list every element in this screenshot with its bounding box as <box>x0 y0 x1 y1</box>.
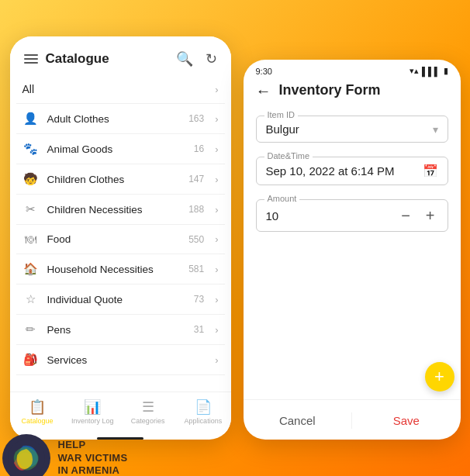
food-chevron: › <box>215 233 218 245</box>
item-id-value: Bulgur <box>266 122 299 136</box>
amount-controls: 10 − + <box>266 206 438 225</box>
logo-line3: IN ARMENIA <box>58 464 128 476</box>
categories-nav-label: Categories <box>131 417 165 425</box>
animal-goods-chevron: › <box>215 143 218 155</box>
logo-text-block: HELP WAR VICTIMS IN ARMENIA <box>58 439 128 476</box>
bottom-logo: HELP WAR VICTIMS IN ARMENIA <box>2 434 128 476</box>
services-icon: 🎒 <box>22 353 40 367</box>
form-footer: Cancel Save <box>244 399 461 440</box>
status-bar: 9:30 ▾▴ ▌▌▌ ▮ <box>244 60 461 79</box>
catalogue-nav-label: Catalogue <box>22 417 54 425</box>
status-icons: ▾▴ ▌▌▌ ▮ <box>410 66 448 76</box>
individual-quote-label: Individual Quote <box>47 294 186 305</box>
all-chevron: › <box>215 84 218 95</box>
list-item[interactable]: ✂ Children Necessities 188 › <box>16 195 225 225</box>
children-clothes-count: 147 <box>188 174 204 185</box>
pens-icon: ✏ <box>22 323 40 336</box>
adult-clothes-label: Adult Clothes <box>47 113 181 125</box>
inventory-log-nav-label: Inventory Log <box>71 417 114 425</box>
amount-label: Amount <box>264 194 300 203</box>
household-count: 581 <box>188 264 204 274</box>
item-id-dropdown-icon: ▾ <box>433 123 438 136</box>
phones-container: Catalogue 🔍 ↻ All › 👤 Adult Clothes 163 … <box>10 36 461 440</box>
nav-inventory-log[interactable]: 📊 Inventory Log <box>65 397 120 426</box>
food-count: 550 <box>188 234 204 245</box>
logo-circle <box>2 434 50 476</box>
wifi-icon: ▾▴ <box>410 66 419 76</box>
item-id-value-row: Bulgur ▾ <box>266 122 438 136</box>
status-time: 9:30 <box>256 67 272 76</box>
list-item[interactable]: 🍽 Food 550 › <box>16 225 225 254</box>
left-phone: Catalogue 🔍 ↻ All › 👤 Adult Clothes 163 … <box>10 36 231 440</box>
nav-categories[interactable]: ☰ Categories <box>120 397 175 426</box>
amount-plus-button[interactable]: + <box>423 206 438 225</box>
adult-clothes-count: 163 <box>188 113 204 124</box>
amount-minus-button[interactable]: − <box>398 206 413 225</box>
children-necessities-icon: ✂ <box>22 202 40 216</box>
logo-line2: WAR VICTIMS <box>58 452 128 465</box>
header-left: Catalogue <box>22 51 109 67</box>
individual-quote-icon: ☆ <box>22 292 40 306</box>
form-title: Inventory Form <box>279 82 381 98</box>
all-list-item[interactable]: All › <box>16 75 225 104</box>
children-necessities-count: 188 <box>188 204 204 215</box>
services-label: Services <box>47 354 197 366</box>
hamburger-button[interactable] <box>22 53 40 65</box>
children-necessities-label: Children Necessities <box>47 204 181 216</box>
datetime-value: Sep 10, 2022 at 6:14 PM <box>266 164 395 178</box>
search-button[interactable]: 🔍 <box>175 49 195 69</box>
nav-catalogue[interactable]: 📋 Catalogue <box>10 397 65 426</box>
household-icon: 🏠 <box>22 262 40 276</box>
animal-goods-label: Animal Goods <box>47 143 186 155</box>
applications-nav-icon: 📄 <box>195 398 212 416</box>
logo-svg <box>8 440 45 476</box>
item-id-label: Item ID <box>264 110 298 119</box>
children-clothes-icon: 🧒 <box>22 172 40 186</box>
list-item[interactable]: 🏠 Household Necessities 581 › <box>16 254 225 285</box>
logo-line1: HELP <box>58 439 128 452</box>
cancel-button[interactable]: Cancel <box>244 411 352 430</box>
battery-icon: ▮ <box>444 66 448 76</box>
signal-icon: ▌▌▌ <box>422 67 440 76</box>
inventory-log-nav-icon: 📊 <box>84 398 101 416</box>
catalogue-list: All › 👤 Adult Clothes 163 › 🐾 Animal Goo… <box>10 75 231 391</box>
pens-label: Pens <box>47 324 186 336</box>
services-chevron: › <box>215 354 218 366</box>
list-item[interactable]: 🧒 Children Clothes 147 › <box>16 164 225 195</box>
back-button[interactable]: ← <box>256 83 271 98</box>
adult-clothes-icon: 👤 <box>22 112 40 126</box>
animal-goods-count: 16 <box>194 143 204 154</box>
save-button[interactable]: Save <box>352 411 461 430</box>
datetime-value-row: Sep 10, 2022 at 6:14 PM 📅 <box>266 164 438 178</box>
item-id-field[interactable]: Item ID Bulgur ▾ <box>256 116 448 143</box>
food-icon: 🍽 <box>22 233 40 246</box>
amount-field: Amount 10 − + <box>256 199 448 232</box>
list-item[interactable]: ✏ Pens 31 › <box>16 315 225 345</box>
list-item[interactable]: 🎒 Services › <box>16 345 225 375</box>
catalogue-nav-icon: 📋 <box>29 398 46 416</box>
catalogue-title: Catalogue <box>46 51 109 67</box>
datetime-field[interactable]: Date&Time Sep 10, 2022 at 6:14 PM 📅 <box>256 157 448 185</box>
children-necessities-chevron: › <box>215 204 218 216</box>
hamburger-icon <box>24 54 38 64</box>
list-item[interactable]: 🐾 Animal Goods 16 › <box>16 134 225 164</box>
header-icons: 🔍 ↻ <box>175 49 219 69</box>
categories-nav-icon: ☰ <box>142 398 154 416</box>
pens-count: 31 <box>194 324 204 335</box>
bottom-nav: 📋 Catalogue 📊 Inventory Log ☰ Categories… <box>10 391 231 434</box>
food-label: Food <box>47 233 181 245</box>
calendar-icon: 📅 <box>423 164 438 178</box>
adult-clothes-chevron: › <box>215 113 218 125</box>
datetime-label: Date&Time <box>264 151 313 160</box>
list-item[interactable]: 👤 Adult Clothes 163 › <box>16 104 225 134</box>
household-chevron: › <box>215 264 218 275</box>
nav-applications[interactable]: 📄 Applications <box>175 397 230 426</box>
applications-nav-label: Applications <box>185 417 223 425</box>
list-item[interactable]: ☆ Individual Quote 73 › <box>16 285 225 315</box>
children-clothes-chevron: › <box>215 174 218 185</box>
form-body: Item ID Bulgur ▾ Date&Time Sep 10, 2022 … <box>244 106 461 399</box>
household-label: Household Necessities <box>47 264 181 275</box>
animal-goods-icon: 🐾 <box>22 142 40 156</box>
pens-chevron: › <box>215 324 218 336</box>
refresh-button[interactable]: ↻ <box>204 49 219 69</box>
